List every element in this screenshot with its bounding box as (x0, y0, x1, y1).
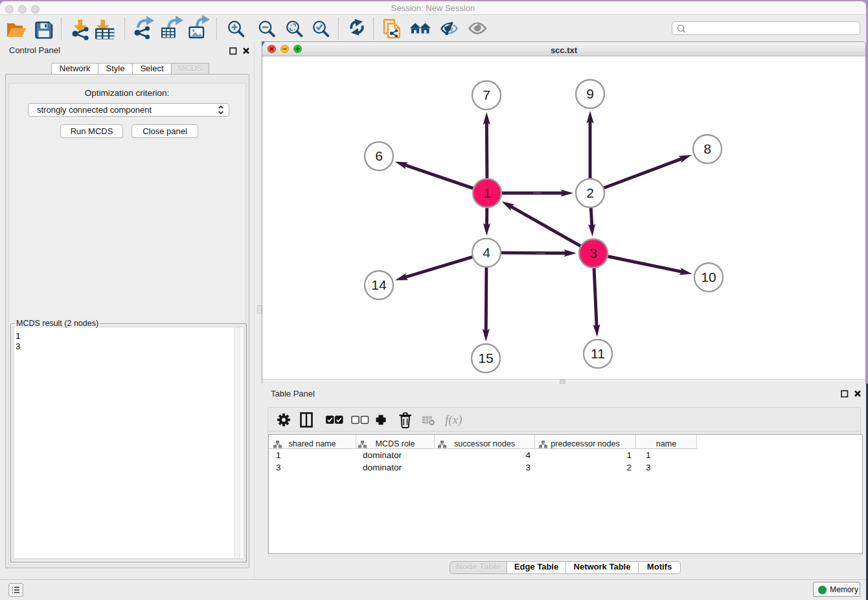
svg-text:9: 9 (586, 86, 594, 101)
svg-text:15: 15 (478, 351, 493, 365)
svg-text:14: 14 (371, 277, 387, 292)
svg-text:4: 4 (483, 245, 490, 260)
svg-text:f(x): f(x) (445, 413, 462, 427)
svg-text:8: 8 (703, 141, 711, 156)
svg-text:10: 10 (701, 270, 716, 284)
svg-text:1: 1 (483, 185, 491, 200)
svg-text:7: 7 (483, 87, 490, 102)
svg-text:6: 6 (375, 148, 383, 163)
svg-text:3: 3 (589, 246, 597, 260)
svg-text:11: 11 (591, 346, 605, 361)
svg-text:2: 2 (586, 185, 594, 200)
